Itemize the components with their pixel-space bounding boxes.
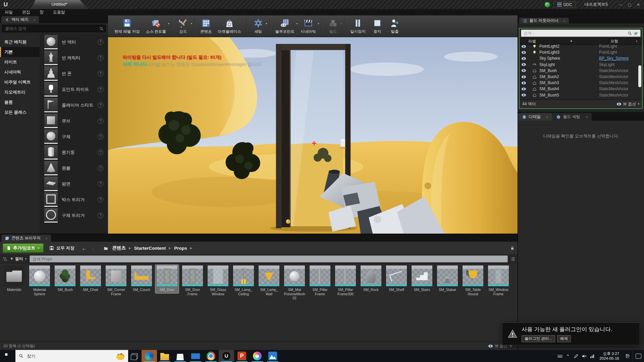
category-item[interactable]: 기본 xyxy=(0,47,40,57)
ddc-button[interactable]: DDC xyxy=(553,1,576,8)
toolbar-button[interactable]: 콘텐츠 xyxy=(197,17,215,35)
visibility-eye-icon[interactable] xyxy=(521,51,526,54)
category-item[interactable]: 라이트 xyxy=(0,57,40,67)
outliner-row[interactable]: SM_Bush6 StaticMeshActor xyxy=(520,98,642,99)
outliner-scrollbar[interactable] xyxy=(638,65,641,87)
help-question-icon[interactable]: ? xyxy=(98,134,103,139)
visibility-eye-icon[interactable] xyxy=(521,87,526,91)
asset-tile[interactable]: Material Sphere xyxy=(28,265,51,297)
asset-thumbnail[interactable] xyxy=(412,265,432,286)
actor-thumbnail-icon[interactable] xyxy=(44,145,58,160)
category-item[interactable]: 볼륨 xyxy=(0,97,40,107)
visibility-eye-icon[interactable] xyxy=(521,57,526,60)
asset-tile[interactable]: SM_Bush xyxy=(53,265,77,293)
add-actor-icon[interactable] xyxy=(633,31,639,36)
taskbar-app-button[interactable] xyxy=(157,350,172,362)
asset-thumbnail[interactable] xyxy=(131,265,152,286)
lock-icon[interactable] xyxy=(510,245,515,251)
category-item[interactable]: 시네마틱 xyxy=(0,67,40,77)
asset-thumbnail[interactable] xyxy=(361,265,381,286)
placeable-actor-row[interactable]: 구체 트리거 ? xyxy=(40,207,108,223)
toolbar-button[interactable]: 현재 레벨 저장 xyxy=(111,17,143,35)
sources-panel-icon[interactable] xyxy=(2,257,7,261)
level-viewport[interactable]: 라이팅을 다시 빌드해야 합니다 (빌드 필요: 91개) 아직 아니다시지를 … xyxy=(108,37,518,234)
visibility-eye-icon[interactable] xyxy=(521,45,526,48)
asset-tile[interactable]: SM_Table Round xyxy=(461,265,485,297)
tab-close-icon[interactable]: × xyxy=(546,115,548,119)
help-question-icon[interactable]: ? xyxy=(98,39,103,45)
actor-thumbnail-icon[interactable] xyxy=(44,35,58,49)
taskbar-search-input[interactable] xyxy=(26,353,113,359)
asset-tile[interactable]: SM_Pillar Frame xyxy=(308,265,332,297)
asset-tile[interactable]: SM_Corner Frame xyxy=(104,265,128,297)
tab-world-outliner[interactable]: 월드 아웃라이너 × xyxy=(519,18,569,23)
asset-thumbnail[interactable] xyxy=(55,265,75,286)
actor-thumbnail-icon[interactable] xyxy=(44,177,58,191)
toolbar-button[interactable]: ▼ 소스 컨트롤 xyxy=(143,17,169,35)
placeable-actor-row[interactable]: 포인트 라이트 ? xyxy=(40,81,108,97)
placeable-actor-row[interactable]: 구체 ? xyxy=(40,129,108,144)
tab-place-actors[interactable]: 액터 배치 × xyxy=(1,16,39,23)
asset-thumbnail[interactable] xyxy=(488,265,509,286)
help-question-icon[interactable]: ? xyxy=(98,55,103,61)
search-highlight-taco-icon[interactable] xyxy=(116,352,125,360)
toolbar-button[interactable]: 중지 xyxy=(369,17,386,35)
asset-thumbnail[interactable] xyxy=(437,265,458,286)
tab-close-icon[interactable]: × xyxy=(33,18,35,22)
asset-thumbnail[interactable] xyxy=(310,265,330,286)
toolbar-button[interactable]: 마켓플레이스 xyxy=(215,17,244,35)
history-back-button[interactable]: ← xyxy=(82,245,87,251)
asset-thumbnail[interactable] xyxy=(284,265,305,286)
start-button[interactable] xyxy=(0,350,15,362)
breadcrumb-item[interactable]: StarterContent xyxy=(134,246,166,251)
actor-thumbnail-icon[interactable] xyxy=(44,114,58,128)
category-item[interactable]: 최근 배치됨 xyxy=(0,37,40,47)
actor-thumbnail-icon[interactable] xyxy=(44,82,58,97)
add-import-button[interactable]: 추가/임포트 ▼ xyxy=(3,243,44,253)
category-item[interactable]: 지오메트리 xyxy=(0,87,40,97)
column-label[interactable]: 라벨 ▲ xyxy=(520,39,608,44)
close-button[interactable]: ✕ xyxy=(634,1,643,8)
asset-tile[interactable]: SM_Door Frame xyxy=(181,265,204,297)
maximize-button[interactable]: ▢ xyxy=(625,1,634,8)
visibility-eye-icon[interactable] xyxy=(521,93,526,97)
asset-thumbnail[interactable] xyxy=(182,265,203,286)
asset-tile[interactable]: SM_Mat PreviewMesh 02 xyxy=(283,265,306,302)
asset-thumbnail[interactable] xyxy=(80,265,101,286)
save-all-button[interactable]: 모두 저장 xyxy=(46,245,77,251)
asset-thumbnail[interactable] xyxy=(233,265,254,286)
actor-thumbnail-icon[interactable] xyxy=(44,98,58,112)
outliner-row[interactable]: PointLight3 PointLight xyxy=(520,49,642,55)
tab-close-icon[interactable]: × xyxy=(586,115,588,119)
asset-tile[interactable]: SM_Chair xyxy=(79,265,102,293)
dropdown-caret-icon[interactable]: ▼ xyxy=(190,22,193,25)
asset-tile[interactable]: SM_Stairs xyxy=(410,265,434,293)
asset-tile[interactable]: SM_Rock xyxy=(359,265,383,293)
menu-item[interactable]: 편집 xyxy=(17,9,35,15)
asset-thumbnail[interactable] xyxy=(208,265,228,286)
outliner-view-options[interactable]: 뷰 옵션 ▼ xyxy=(616,101,640,107)
taskbar-app-button[interactable] xyxy=(142,350,157,362)
placeable-actor-row[interactable]: 플레이어 스타트 ? xyxy=(40,97,108,113)
taskbar-app-button[interactable]: P xyxy=(234,350,250,362)
asset-tile[interactable]: SM_Couch xyxy=(130,265,153,293)
tab-details[interactable]: 디테일 × xyxy=(518,113,552,121)
dropdown-caret-icon[interactable]: ▼ xyxy=(317,22,320,25)
dismiss-button[interactable]: 해제 xyxy=(557,335,571,342)
asset-tile[interactable]: SM_Statue xyxy=(436,265,459,293)
outliner-row[interactable]: SM_Bush2 StaticMeshActor xyxy=(520,74,642,80)
asset-tile[interactable]: SM_Lamp_ Ceiling xyxy=(232,265,255,297)
visibility-eye-icon[interactable] xyxy=(521,75,526,79)
history-forward-button[interactable]: → xyxy=(90,245,95,251)
help-question-icon[interactable]: ? xyxy=(98,213,103,218)
tab-close-icon[interactable]: × xyxy=(45,236,47,240)
taskbar-app-button[interactable] xyxy=(172,350,188,362)
asset-thumbnail[interactable] xyxy=(4,265,24,286)
help-question-icon[interactable]: ? xyxy=(98,118,103,124)
outliner-row[interactable]: SM_Bush StaticMeshActor xyxy=(520,68,642,74)
actor-thumbnail-icon[interactable] xyxy=(44,161,58,175)
help-question-icon[interactable]: ? xyxy=(98,181,103,187)
breadcrumb-chevron-icon[interactable]: ▶ xyxy=(190,246,193,250)
filters-button[interactable]: 필터 ▼ xyxy=(10,256,27,262)
help-question-icon[interactable]: ? xyxy=(98,149,103,155)
